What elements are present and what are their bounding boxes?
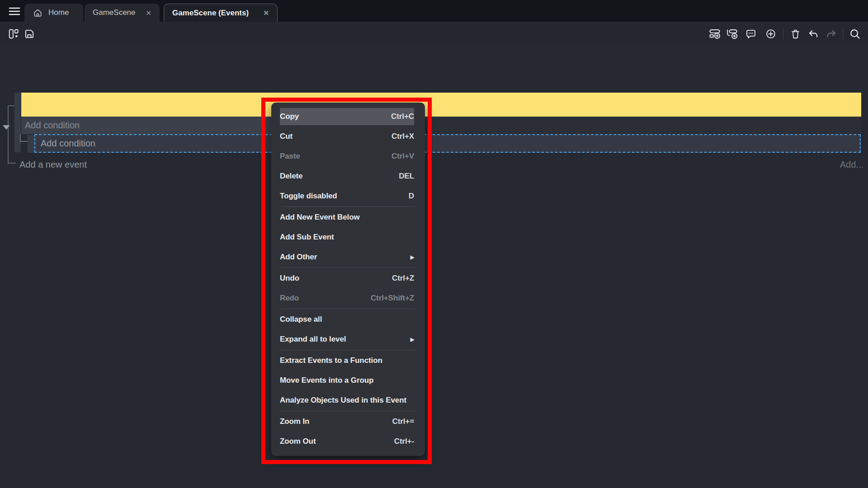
undo-icon xyxy=(807,28,819,39)
tab-home[interactable]: Home xyxy=(24,4,83,22)
collapse-event-arrow-icon[interactable] xyxy=(3,125,10,130)
menu-item-paste: Paste Ctrl+V xyxy=(271,146,425,166)
sub-event-guide-line xyxy=(20,141,28,142)
menu-separator xyxy=(281,350,415,350)
add-new-event-link[interactable]: Add a new event xyxy=(19,160,87,170)
search-button[interactable] xyxy=(848,27,862,41)
menu-item-label: Redo xyxy=(280,294,299,303)
plus-circle-icon xyxy=(765,28,777,40)
add-event-button[interactable] xyxy=(708,27,722,41)
menu-item-add-sub-event[interactable]: Add Sub Event xyxy=(271,227,425,247)
menu-item-label: Collapse all xyxy=(280,315,322,324)
menu-separator xyxy=(281,411,415,411)
comment-event-block[interactable] xyxy=(21,93,861,117)
menu-separator xyxy=(281,206,415,207)
menu-item-copy[interactable]: Copy Ctrl+C xyxy=(271,107,425,127)
context-menu: Copy Ctrl+C Cut Ctrl+X Paste Ctrl+V Dele… xyxy=(271,103,425,456)
menu-item-label: Extract Events to a Function xyxy=(280,356,382,365)
toolbar-separator xyxy=(843,28,843,40)
tab-gamescene-events[interactable]: GameScene (Events) ✕ xyxy=(164,4,278,22)
menu-item-extract-events-to-function[interactable]: Extract Events to a Function xyxy=(271,351,425,371)
toolbar-separator xyxy=(783,28,783,40)
save-icon xyxy=(24,28,35,40)
submenu-arrow-icon: ▶ xyxy=(410,337,414,343)
search-icon xyxy=(849,28,861,40)
tab-gamescene[interactable]: GameScene ✕ xyxy=(85,4,160,22)
home-icon xyxy=(33,8,43,18)
menu-item-shortcut: Ctrl+- xyxy=(394,437,414,446)
events-sheet: Add condition Add action Add condition A… xyxy=(0,45,868,488)
menu-item-analyze-objects[interactable]: Analyze Objects Used in this Event xyxy=(271,390,425,410)
selected-sub-event-row[interactable]: Add condition Add action xyxy=(34,134,861,153)
menu-item-shortcut: DEL xyxy=(399,172,414,181)
sub-event-drag-handle[interactable] xyxy=(28,135,34,153)
undo-button[interactable] xyxy=(807,27,820,41)
menu-item-delete[interactable]: Delete DEL xyxy=(271,166,425,186)
hamburger-icon xyxy=(9,6,20,16)
menu-item-zoom-in[interactable]: Zoom In Ctrl+= xyxy=(271,412,425,432)
delete-button[interactable] xyxy=(788,27,802,41)
menu-item-add-other[interactable]: Add Other ▶ xyxy=(271,247,425,267)
menu-item-label: Add New Event Below xyxy=(280,213,360,222)
tree-guide-line xyxy=(8,105,9,164)
menu-item-label: Move Events into a Group xyxy=(280,376,373,385)
redo-button[interactable] xyxy=(825,27,838,41)
redo-icon xyxy=(826,28,837,39)
menu-item-label: Copy xyxy=(280,112,299,121)
menu-separator xyxy=(281,309,415,309)
tree-guide-line xyxy=(8,163,16,164)
comment-bubble-icon xyxy=(745,28,757,40)
trash-icon xyxy=(790,28,801,40)
menu-item-shortcut: Ctrl+X xyxy=(392,132,414,141)
add-sub-event-icon xyxy=(726,28,738,40)
add-condition-label: Add condition xyxy=(25,120,80,131)
tab-bar: Home GameScene ✕ GameScene (Events) ✕ xyxy=(0,0,868,22)
submenu-arrow-icon: ▶ xyxy=(410,254,414,260)
menu-item-label: Paste xyxy=(280,152,300,161)
menu-item-label: Add Sub Event xyxy=(280,233,334,242)
menu-item-label: Delete xyxy=(280,172,302,181)
hamburger-menu-button[interactable] xyxy=(5,4,24,19)
menu-separator xyxy=(281,267,415,268)
add-event-icon xyxy=(708,28,721,40)
menu-item-label: Zoom In xyxy=(280,417,309,426)
close-icon[interactable]: ✕ xyxy=(146,9,151,16)
tab-home-label: Home xyxy=(48,8,69,17)
menu-item-expand-all-to-level[interactable]: Expand all to level ▶ xyxy=(271,329,425,349)
save-button[interactable] xyxy=(23,27,36,41)
menu-item-label: Cut xyxy=(280,132,292,141)
menu-item-shortcut: Ctrl+Z xyxy=(392,274,414,283)
project-manager-button[interactable] xyxy=(7,27,20,41)
tab-gamescene-label: GameScene xyxy=(93,8,136,17)
menu-item-label: Expand all to level xyxy=(280,335,346,344)
tree-guide-line xyxy=(8,105,15,106)
menu-item-cut[interactable]: Cut Ctrl+X xyxy=(271,127,425,146)
close-icon[interactable]: ✕ xyxy=(263,9,269,16)
menu-item-zoom-out[interactable]: Zoom Out Ctrl+- xyxy=(271,432,425,451)
menu-item-shortcut: D xyxy=(409,192,414,201)
menu-item-label: Analyze Objects Used in this Event xyxy=(280,396,406,405)
menu-item-collapse-all[interactable]: Collapse all xyxy=(271,310,425,329)
layout-panels-icon xyxy=(8,28,19,40)
menu-item-move-events-into-group[interactable]: Move Events into a Group xyxy=(271,371,425,390)
menu-item-toggle-disabled[interactable]: Toggle disabled D xyxy=(271,186,425,206)
toolbar: Preview Publish xyxy=(0,22,868,45)
menu-item-shortcut: Ctrl+C xyxy=(391,112,414,121)
event-drag-handle[interactable] xyxy=(14,93,21,152)
menu-item-label: Zoom Out xyxy=(280,437,316,446)
add-comment-button[interactable] xyxy=(744,27,758,41)
add-sub-event-button[interactable] xyxy=(725,27,739,41)
menu-item-undo[interactable]: Undo Ctrl+Z xyxy=(271,268,425,288)
menu-item-shortcut: Ctrl+= xyxy=(392,417,414,426)
menu-item-add-new-event-below[interactable]: Add New Event Below xyxy=(271,207,425,227)
menu-item-label: Toggle disabled xyxy=(280,192,337,201)
menu-item-redo: Redo Ctrl+Shift+Z xyxy=(271,288,425,308)
add-condition-label: Add condition xyxy=(41,138,95,149)
menu-item-label: Add Other xyxy=(280,253,317,262)
menu-item-label: Undo xyxy=(280,274,299,283)
tab-gamescene-events-label: GameScene (Events) xyxy=(172,9,249,18)
menu-item-shortcut: Ctrl+V xyxy=(392,152,414,161)
menu-item-shortcut: Ctrl+Shift+Z xyxy=(371,294,414,303)
add-ellipsis-link[interactable]: Add... xyxy=(840,160,863,170)
choose-event-button[interactable] xyxy=(764,27,778,41)
